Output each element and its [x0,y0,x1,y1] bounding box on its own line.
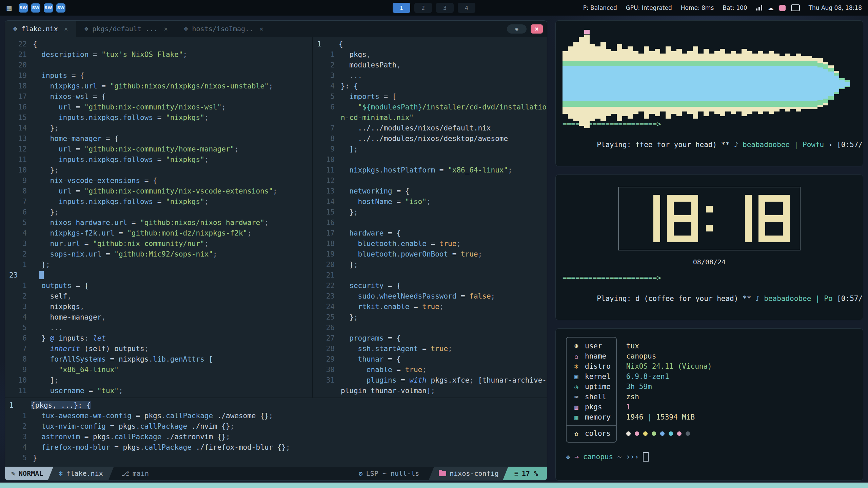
clock-digit-8 [758,195,790,242]
tab-close-icon[interactable]: × [164,25,168,33]
playing-text: Playing: d (coffee for your head) ** [597,294,755,303]
nix-snowflake-icon: ❄ [184,25,188,33]
mode-icon: ✎ [11,469,15,477]
nix-snowflake-icon: ❄ [84,25,88,33]
editor-pane-pkgs[interactable]: 1{pkgs, ...}: {1 tux-awesome-wm-config =… [5,398,547,467]
audio-visualizer [563,27,856,119]
code-line: 19 bluetooth.powerOnBoot = true; [313,249,547,260]
workspace-tag[interactable]: SW [31,3,40,13]
window-close-button[interactable]: × [531,24,543,34]
theme-toggle[interactable]: ◉ [507,24,527,34]
code-line: 20 [5,60,312,70]
clock-area: 08/08/24 [563,180,856,273]
code-line: 3 astronvim = pkgs.callPackage ./astronv… [5,432,547,442]
tab-close-icon[interactable]: × [259,25,263,33]
track-time: [0:57/2:53] [837,141,863,149]
editor-pane-iso[interactable]: 1{1 pkgs,2 modulesPath,3 ...4}: {5 impor… [313,37,547,398]
code-line: 30 enable = true; [313,365,547,375]
uptime-icon: ◷ [572,383,581,390]
separator-line: ======================> [563,273,856,283]
code-line: 11 username = "tux"; [5,386,312,396]
app-grid-icon[interactable]: ▦ [6,4,12,12]
playing-text: Playing: ffee for your head) ** [597,141,734,149]
artist-name: beabadoobee | Po [764,294,832,303]
packages-icon: ▧ [572,403,581,411]
statusline-right: ⚙ LSP ~ null-ls nixos-config ≡ 17 % [359,467,547,480]
scroll-percent-segment: ≡ 17 % [503,467,547,480]
palette-dot [686,431,690,436]
tab-hosts-isoimag-[interactable]: ❄hosts/isoImag..× [176,21,272,37]
tty-clock [618,187,801,250]
distro-icon: ❄ [572,363,581,370]
signal-icon [756,5,762,11]
workspace-tag[interactable]: SW [19,3,28,13]
code-line: 6 } @ inputs: let [5,333,312,344]
fetch-label: shell [585,393,606,401]
code-line: 25 }; [313,312,547,323]
fetch-value-kernel: 6.9.8-zen1 [626,371,712,382]
code-line: 9 nix-vscode-extensions = { [5,176,312,186]
tab-close-icon[interactable]: × [64,25,68,33]
tab-flake-nix[interactable]: ❄flake.nix× [5,21,76,37]
code-line: 8 ../../modules/nixos/desktop/awesome [313,134,547,144]
code-line: 3 nur.url = "github:nix-community/nur"; [5,239,312,249]
statusline: ✎ NORMAL ❄ flake.nix ⎇ main ⚙ LSP ~ null… [5,467,547,480]
right-column: ======================> Playing: ffee fo… [555,20,863,481]
code-line: 23 sudo.wheelNeedsPassword = false; [313,291,547,302]
code-line: 10 }; [5,165,312,176]
tab-pkgs-default-[interactable]: ❄pkgs/default ...× [76,21,176,37]
shell-prompt[interactable]: ❖ → canopus ~ ››› [566,452,853,462]
workspace-button-3[interactable]: 3 [436,3,454,13]
workspace-button-4[interactable]: 4 [458,3,475,13]
code-line: 10 ]; [5,375,312,386]
color-swatch-icon [779,5,786,11]
prompt-chevrons: ››› [626,453,639,461]
code-line: 29 thunar = { [313,354,547,365]
lsp-status: ⚙ LSP ~ null-ls [359,467,429,480]
code-line: 27 programs = { [313,333,547,344]
mode-label: NORMAL [19,469,43,477]
code-line: 11 nixpkgs.hostPlatform = "x86_64-linux"… [313,165,547,176]
fetch-label: memory [585,413,611,421]
workspace-tag[interactable]: SW [56,3,65,13]
file-name: flake.nix [66,469,103,477]
palette-dot [660,431,665,436]
code-line: 2 self, [5,291,312,302]
status-item: GPU: Integrated [626,4,672,11]
clock-colon [705,195,714,242]
code-line: 2 tux-nvim-config = pkgs.callPackage ./n… [5,421,547,432]
fetch-row-user: ☻user [567,341,616,351]
code-line: 13 networking = { [313,186,547,197]
code-line: 15 inputs.nixpkgs.follows = "nixpkgs"; [5,113,312,123]
code-line: 14 hostName = "iso"; [313,197,547,207]
palette-dot [669,431,673,436]
palette-dot [626,431,631,436]
code-line: 4}: { [313,81,547,92]
fetch-label: hname [585,352,606,360]
code-line: 28 ssh.startAgent = true; [313,344,547,354]
folder-icon [439,471,446,476]
workspace-button-1[interactable]: 1 [393,3,410,13]
code-line: 5 imports = [ [313,92,547,102]
editor-pane-flake[interactable]: 22{21 description = "tux's NixOS Flake";… [5,37,312,398]
fetch-value-pkgs: 1 [626,402,712,412]
workspace-button-2[interactable]: 2 [414,3,432,13]
fetch-label: pkgs [585,403,602,411]
code-line: 18 bluetooth.enable = true; [313,239,547,249]
code-line: 21 [313,270,547,281]
code-line: 5 nixos-hardware.url = "github:nixos/nix… [5,218,312,228]
system-fetch: ☻user⌂hname❄distro▣kernel◷uptime⌨shell▧p… [566,337,853,443]
terminal-cursor [643,452,649,462]
fetch-label: user [585,342,602,350]
fetch-divider [567,425,616,426]
fetch-value-distro: NixOS 24.11 (Vicuna) [626,361,712,371]
status-item: Bat: 100 [723,4,747,11]
code-line: 5} [5,453,547,463]
code-line: n-cd-minimal.nix" [313,113,547,123]
clock-digit-8 [667,195,698,242]
workspace-tag[interactable]: SW [44,3,53,13]
fetch-values: tuxcanopusNixOS 24.11 (Vicuna)6.9.8-zen1… [626,337,712,443]
palette-dot [643,431,648,436]
palette-icon: ✿ [572,430,581,437]
code-line: 7 ../../modules/nixos/default.nix [313,123,547,134]
